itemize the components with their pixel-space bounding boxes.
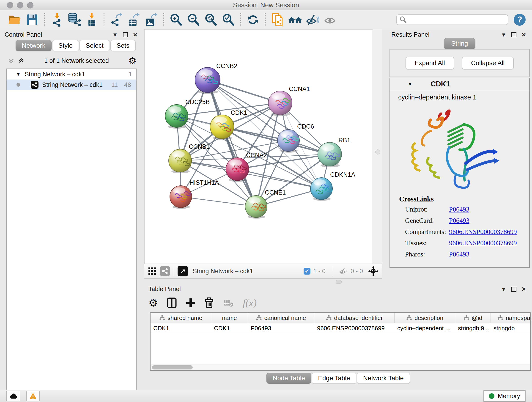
function-builder-icon[interactable]: f(x) [243, 297, 257, 309]
horizontal-splitter-handle[interactable] [336, 280, 342, 284]
search-input[interactable] [406, 16, 508, 23]
expand-all-button[interactable]: Expand All [405, 57, 454, 70]
toolbar-search[interactable] [396, 14, 508, 25]
save-session-button[interactable] [23, 12, 41, 27]
expand-all-networks-icon[interactable] [18, 57, 25, 64]
column-header[interactable]: canonical name [248, 313, 314, 323]
horizontal-scrollbar[interactable] [151, 364, 530, 370]
create-column-plus-icon[interactable] [186, 298, 196, 307]
column-header[interactable]: name [211, 313, 248, 323]
string-network-graph[interactable]: CCNB2CCNA1CDC25BCDK1CDC6RB1CCNB1CCNA2CDK… [145, 30, 373, 264]
network-collection-row[interactable]: ▼ String Network – cdk1 1 [7, 69, 136, 80]
warnings-button[interactable] [26, 391, 40, 401]
import-table-file-button[interactable] [83, 12, 100, 27]
crosslink-link[interactable]: P06493 [449, 217, 469, 224]
table-panel: Table Panel ▼ ✕ ⚙ [144, 284, 532, 390]
crosslink-link[interactable]: 9606.ENSP00000378699 [449, 239, 517, 247]
panel-float-icon[interactable]: ▼ [501, 32, 506, 38]
first-neighbors-button[interactable] [286, 12, 304, 27]
zoom-fit-button[interactable] [202, 12, 220, 27]
column-header[interactable]: @id [455, 313, 491, 323]
selected-nodes-checkbox[interactable]: ✓ [304, 268, 310, 274]
crosslink-link[interactable]: P06493 [449, 206, 469, 213]
node-label-cdc6: CDC6 [297, 123, 314, 130]
tab-network[interactable]: Network [16, 40, 51, 51]
node-gloss [272, 93, 285, 99]
zoom-in-button[interactable] [167, 12, 185, 27]
delete-column-trash-icon[interactable] [205, 298, 214, 308]
table-cell[interactable]: cyclin–dependent ... [394, 323, 455, 333]
tree-icon [256, 315, 262, 321]
table-cell[interactable]: 9606.ENSP00000378699 [314, 323, 394, 333]
pan-crosshair-icon[interactable] [368, 266, 379, 276]
node-table[interactable]: shared namenamecanonical namedatabase id… [150, 313, 531, 371]
column-header[interactable]: namespace [491, 313, 531, 323]
export-table-button[interactable] [125, 12, 143, 27]
crosslink-label: Tissues: [405, 239, 449, 247]
network-view-share-icon[interactable] [160, 266, 170, 276]
table-row[interactable]: CDK1CDK1P064939606.ENSP00000378699cyclin… [151, 323, 530, 333]
panel-close-icon[interactable]: ✕ [133, 32, 138, 38]
import-network-database-button[interactable] [65, 12, 83, 27]
tab-string[interactable]: String [444, 38, 475, 49]
show-all-button[interactable] [321, 12, 339, 27]
column-header[interactable]: shared name [151, 313, 211, 323]
open-session-button[interactable] [6, 12, 23, 27]
grid-view-icon[interactable] [148, 267, 156, 275]
toolbar-separator [240, 13, 241, 26]
tab-style[interactable]: Style [52, 40, 79, 51]
title-bar[interactable]: Session: New Session [0, 0, 532, 10]
cloud-status-button[interactable] [6, 391, 20, 401]
tab-network-table[interactable]: Network Table [357, 373, 410, 384]
column-header[interactable]: description [394, 313, 455, 323]
panel-float-icon[interactable]: ▼ [501, 287, 506, 292]
collection-expand-icon[interactable]: ▼ [16, 72, 21, 77]
hidden-eye-slash-icon[interactable] [339, 267, 348, 275]
splitter-handle[interactable] [375, 149, 380, 154]
panel-maximize-icon[interactable] [511, 287, 516, 292]
crosslink-link[interactable]: P06493 [449, 250, 469, 258]
canvas-splitter[interactable] [373, 29, 382, 264]
collapse-all-networks-icon[interactable] [8, 57, 15, 64]
gene-collapse-icon[interactable]: ▼ [408, 82, 412, 87]
column-header[interactable]: database identifier [314, 313, 394, 323]
import-network-file-button[interactable] [48, 12, 65, 27]
export-image-button[interactable] [143, 12, 160, 27]
panel-close-icon[interactable]: ✕ [521, 287, 526, 292]
network-canvas[interactable]: CCNB2CCNA1CDC25BCDK1CDC6RB1CCNB1CCNA2CDK… [144, 29, 373, 264]
network-edge[interactable] [237, 169, 322, 189]
network-options-gear-icon[interactable]: ⚙ [128, 56, 137, 65]
zoom-out-button[interactable] [185, 12, 202, 27]
table-cell[interactable]: stringdb:9... [455, 323, 491, 333]
crosslink-link[interactable]: 9606.ENSP00000378699 [449, 228, 517, 236]
export-network-button[interactable] [108, 12, 125, 27]
tab-node-table[interactable]: Node Table [266, 373, 311, 384]
table-cell[interactable]: CDK1 [211, 323, 248, 333]
network-edge[interactable] [181, 197, 256, 206]
birdseye-view-icon[interactable] [177, 266, 188, 276]
panel-close-icon[interactable]: ✕ [521, 32, 526, 38]
apply-layout-button[interactable] [244, 12, 262, 27]
panel-maximize-icon[interactable] [123, 32, 128, 37]
help-button[interactable]: ? [514, 14, 526, 26]
collapse-all-button[interactable]: Collapse All [462, 57, 514, 70]
delete-table-icon[interactable] [223, 298, 234, 307]
node-label-ccnb2: CCNB2 [216, 63, 237, 70]
zoom-selected-button[interactable] [220, 12, 237, 27]
table-options-gear-icon[interactable]: ⚙ [148, 298, 158, 308]
main-toolbar: ? [0, 10, 532, 29]
scrollbar-thumb[interactable] [152, 365, 193, 370]
table-cell[interactable]: stringdb [491, 323, 531, 333]
tab-select[interactable]: Select [80, 40, 110, 51]
table-cell[interactable]: CDK1 [151, 323, 211, 333]
table-cell[interactable]: P06493 [248, 323, 314, 333]
show-columns-icon[interactable] [167, 298, 177, 308]
panel-maximize-icon[interactable] [511, 32, 516, 37]
new-network-from-selection-button[interactable] [269, 12, 286, 27]
network-row[interactable]: String Network – cdk1 11 48 [7, 80, 136, 90]
panel-float-icon[interactable]: ▼ [112, 32, 118, 38]
hide-selection-button[interactable] [304, 12, 321, 27]
memory-button[interactable]: Memory [483, 390, 526, 402]
tab-edge-table[interactable]: Edge Table [312, 373, 356, 384]
tab-sets[interactable]: Sets [110, 40, 136, 51]
